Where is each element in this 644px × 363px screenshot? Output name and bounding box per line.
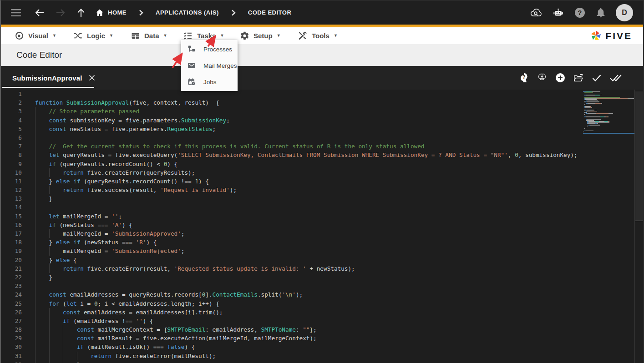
cloud-search-icon[interactable] bbox=[530, 7, 543, 18]
minimap[interactable] bbox=[583, 90, 635, 363]
code-line[interactable]: 2function SubmissionApproval(five, conte… bbox=[1, 98, 582, 107]
five-logo: FIVE bbox=[590, 27, 632, 44]
code-line[interactable]: 29const mailResult = five.executeAction(… bbox=[1, 334, 582, 343]
line-number: 31 bbox=[1, 352, 22, 360]
help-icon[interactable]: ? bbox=[574, 7, 586, 19]
code-line[interactable]: 26const emailAddress = emailAddresses[i]… bbox=[1, 308, 582, 317]
menu-label: Data bbox=[144, 32, 159, 40]
line-number: 26 bbox=[1, 308, 22, 317]
minimap-line bbox=[583, 103, 634, 104]
menu-item-setup[interactable]: Setup ▼ bbox=[240, 27, 281, 44]
breadcrumb-code-editor[interactable]: CODE EDITOR bbox=[248, 9, 292, 16]
code-line[interactable]: 10return five.createError(queryResults); bbox=[1, 168, 582, 177]
code-line[interactable]: 20} else { bbox=[1, 256, 582, 264]
help-head-icon[interactable]: ? bbox=[518, 72, 529, 83]
menu-label: Mail Merges bbox=[203, 62, 237, 69]
breadcrumb-applications[interactable]: APPLICATIONS (AIS) bbox=[156, 9, 219, 16]
code-line[interactable]: 1 bbox=[1, 90, 582, 98]
code-line[interactable]: 9if (queryResults.recordCount() < 0) { bbox=[1, 160, 582, 168]
code-text: // Get the current status to check if th… bbox=[35, 142, 425, 151]
minimap-line bbox=[583, 95, 634, 96]
code-text: const emailAddresses = queryResults.reco… bbox=[35, 290, 303, 299]
code-line[interactable]: 32} bbox=[1, 360, 582, 363]
code-line[interactable]: 14 bbox=[1, 203, 582, 212]
code-text: } bbox=[35, 360, 80, 363]
menu-item-logic[interactable]: Logic ▼ bbox=[73, 27, 113, 44]
tab-close-icon[interactable] bbox=[89, 75, 95, 81]
processes-icon bbox=[187, 45, 196, 54]
back-arrow-icon[interactable] bbox=[34, 7, 46, 18]
code-line[interactable]: 13} bbox=[1, 194, 582, 203]
minimap-line bbox=[583, 119, 634, 120]
scrollbar-thumb[interactable] bbox=[635, 91, 643, 221]
code-line[interactable]: 25for (let i = 0; i < emailAddresses.len… bbox=[1, 299, 582, 308]
code-line[interactable]: 31return five.createError(mailResult); bbox=[1, 352, 582, 360]
tab-submissionapproval[interactable]: SubmissionApproval bbox=[1, 66, 105, 90]
code-line[interactable]: 6 bbox=[1, 133, 582, 142]
menu-item-visual[interactable]: Visual ▼ bbox=[15, 27, 56, 44]
menu-icon[interactable] bbox=[11, 9, 22, 17]
line-number: 6 bbox=[1, 133, 22, 142]
forward-arrow-icon[interactable] bbox=[55, 7, 66, 18]
code-line[interactable]: 8let queryResults = five.executeQuery('S… bbox=[1, 151, 582, 159]
line-number: 16 bbox=[1, 221, 22, 229]
code-line[interactable]: 5const newStatus = five.parameters.Reque… bbox=[1, 125, 582, 133]
menu-item-processes[interactable]: Processes bbox=[181, 41, 238, 57]
svg-text:?: ? bbox=[578, 9, 582, 16]
code-line[interactable]: 19mailMergeId = 'SubmissionRejected'; bbox=[1, 247, 582, 255]
code-line[interactable]: 18} else if (newStatus === 'R') { bbox=[1, 238, 582, 247]
code-line[interactable]: 21return five.createError(result, 'Reque… bbox=[1, 264, 582, 273]
tasks-dropdown-menu: Processes Mail Merges Jobs bbox=[181, 40, 238, 91]
code-line[interactable]: 30if (mailResult.isOk() === false) { bbox=[1, 343, 582, 351]
check-icon[interactable] bbox=[591, 72, 602, 83]
code-line[interactable]: 12return five.success(result, 'Request i… bbox=[1, 186, 582, 194]
page-title: Code Editor bbox=[16, 50, 62, 60]
minimap-line bbox=[583, 114, 634, 115]
tools-icon bbox=[298, 31, 308, 40]
brain-icon[interactable] bbox=[537, 72, 548, 83]
breadcrumb-home[interactable]: HOME bbox=[96, 9, 127, 16]
code-area[interactable]: 12function SubmissionApproval(five, cont… bbox=[1, 90, 582, 363]
code-line[interactable]: 7// Get the current status to check if t… bbox=[1, 142, 582, 151]
code-line[interactable]: 27if (emailAddress !== '') { bbox=[1, 317, 582, 325]
code-line[interactable]: 4const submissionKey = five.parameters.S… bbox=[1, 116, 582, 125]
menu-label: Tasks bbox=[197, 32, 216, 40]
open-folder-icon[interactable] bbox=[573, 72, 584, 83]
double-check-icon[interactable] bbox=[609, 72, 623, 83]
app-window: HOME APPLICATIONS (AIS) CODE EDITOR bbox=[0, 0, 644, 363]
code-line[interactable]: 24const emailAddresses = queryResults.re… bbox=[1, 290, 582, 299]
menu-item-tools[interactable]: Tools ▼ bbox=[298, 27, 338, 44]
chat-bot-icon[interactable] bbox=[552, 7, 564, 18]
minimap-line bbox=[583, 122, 634, 123]
code-line[interactable]: 3// Store parameters passed bbox=[1, 107, 582, 116]
code-text: // Store parameters passed bbox=[35, 107, 139, 116]
menu-label: Visual bbox=[28, 32, 48, 40]
code-text: function SubmissionApproval(five, contex… bbox=[35, 98, 219, 107]
code-line[interactable]: 22} bbox=[1, 273, 582, 282]
avatar[interactable]: D bbox=[616, 4, 633, 21]
code-line[interactable]: 16if (newStatus === 'A') { bbox=[1, 221, 582, 229]
up-arrow-icon[interactable] bbox=[76, 7, 86, 19]
line-number: 2 bbox=[1, 98, 22, 107]
code-text: } bbox=[35, 273, 52, 282]
menu-item-mail-merges[interactable]: Mail Merges bbox=[181, 57, 238, 74]
minimap-line bbox=[583, 101, 634, 101]
code-line[interactable]: 11} else if (queryResults.recordCount() … bbox=[1, 177, 582, 186]
top-bar: HOME APPLICATIONS (AIS) CODE EDITOR bbox=[1, 0, 643, 25]
notifications-bell-icon[interactable] bbox=[595, 7, 606, 19]
code-line[interactable]: 15let mailMergeId = ''; bbox=[1, 212, 582, 221]
active-tab-indicator bbox=[2, 87, 94, 88]
code-line[interactable]: 23 bbox=[1, 282, 582, 290]
code-line[interactable]: 28const mailMergeContext = {SMTPToEmail:… bbox=[1, 325, 582, 334]
code-line[interactable]: 17mailMergeId = 'SubmissionApproved'; bbox=[1, 229, 582, 238]
line-number: 29 bbox=[1, 334, 22, 343]
code-text: if (mailResult.isOk() === false) { bbox=[35, 343, 195, 351]
menu-item-jobs[interactable]: Jobs bbox=[181, 74, 238, 90]
minimap-line bbox=[583, 107, 634, 108]
chevron-right-icon bbox=[231, 10, 236, 16]
editor-scrollbar[interactable] bbox=[634, 90, 643, 363]
menu-item-data[interactable]: Data ▼ bbox=[131, 27, 167, 44]
minimap-line bbox=[583, 116, 634, 116]
line-number: 21 bbox=[1, 264, 22, 273]
add-icon[interactable] bbox=[555, 72, 566, 83]
